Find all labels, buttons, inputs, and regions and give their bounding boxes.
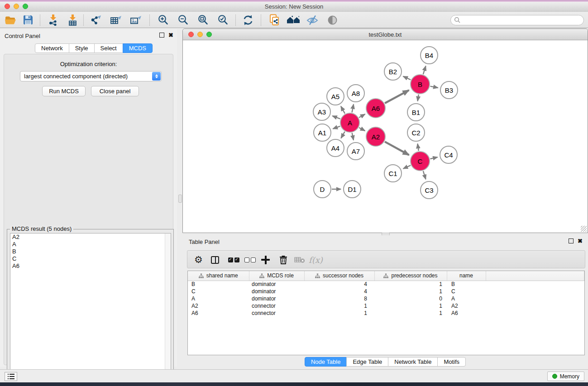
function-builder-icon[interactable]: f(x) [309,253,323,266]
hide-selected-icon[interactable] [306,14,319,26]
column-view-icon[interactable] [211,253,219,266]
graph-edge-B-B3[interactable] [430,86,438,88]
float-panel-icon[interactable] [159,33,164,38]
vertical-divider-grip[interactable] [178,195,182,203]
table-row[interactable]: A6connector11A6 [188,310,584,317]
table-cell[interactable]: dominator [249,288,304,295]
close-network-button[interactable] [188,32,194,37]
close-panel-icon[interactable]: ✖ [168,33,173,38]
window-resize-grip[interactable] [581,226,587,232]
table-row[interactable]: Cdominator41C [188,288,584,295]
table-row[interactable]: Bdominator41B [188,281,584,288]
table-tab-motifs[interactable]: Motifs [437,357,466,367]
table-cell[interactable]: A [447,295,486,302]
result-item[interactable]: A6 [10,262,171,270]
graph-node-A5[interactable]: A5 [326,87,344,105]
network-canvas[interactable]: B4B2BB3A8A5A6A3B1AA1C2A2A4A7C4CC1C3DD1 [183,40,588,233]
tab-style[interactable]: Style [69,43,95,53]
table-cell[interactable]: A6 [188,310,249,317]
network-window-titlebar[interactable]: testGlobe.txt [183,29,588,40]
table-cell[interactable]: connector [249,310,304,317]
tab-network[interactable]: Network [35,43,69,53]
result-item[interactable]: C [10,255,171,262]
table-cell[interactable]: 1 [304,310,374,317]
criterion-dropdown[interactable]: largest connected component (directed) [20,71,162,81]
table-cell[interactable]: C [447,288,486,295]
column-header-successor-nodes[interactable]: successor nodes [304,271,374,281]
result-item[interactable]: A2 [10,234,171,241]
graph-node-B3[interactable]: B3 [440,81,458,99]
table-tab-network-table[interactable]: Network Table [388,357,438,367]
graph-edge-A-A4[interactable] [341,132,344,138]
graph-edge-B-B2[interactable] [403,76,411,80]
close-panel-button[interactable]: Close panel [91,86,139,96]
clone-network-icon[interactable] [268,14,281,26]
graph-node-A7[interactable]: A7 [347,142,365,160]
graph-node-A8[interactable]: A8 [347,84,365,102]
graph-edge-A-A6[interactable] [359,114,365,118]
graph-node-C[interactable]: C [410,151,430,171]
delete-table-icon[interactable] [294,253,305,266]
minimize-window-button[interactable] [14,4,19,9]
tab-select[interactable]: Select [94,43,123,53]
table-cell[interactable]: 1 [374,310,447,317]
table-cell[interactable]: 1 [374,288,447,295]
graph-node-B2[interactable]: B2 [384,62,402,81]
run-mcds-button[interactable]: Run MCDS [42,86,86,96]
graph-edge-A-A7[interactable] [352,133,354,140]
result-scrollbar[interactable] [165,234,171,380]
table-cell[interactable]: 4 [304,281,374,288]
table-cell[interactable]: C [188,288,249,295]
table-tab-edge-table[interactable]: Edge Table [346,357,388,367]
table-cell[interactable]: B [188,281,249,288]
table-row[interactable]: Adominator80A [188,295,584,302]
table-cell[interactable]: 1 [304,302,374,310]
table-cell[interactable]: 1 [374,302,447,310]
table-cell[interactable]: 8 [304,295,374,302]
open-file-icon[interactable] [4,14,17,26]
graph-node-B4[interactable]: B4 [420,46,438,64]
export-image-icon[interactable] [129,14,142,26]
graph-node-D1[interactable]: D1 [343,180,361,198]
table-cell[interactable]: dominator [249,281,304,288]
mcds-result-list[interactable]: A2ABCA6 [10,233,171,381]
column-header-name[interactable]: name [447,271,486,281]
graph-node-A[interactable]: A [340,113,360,133]
table-row[interactable]: A2connector11A2 [188,302,584,310]
delete-column-icon[interactable] [279,253,288,266]
first-neighbors-icon[interactable] [286,14,301,26]
save-session-icon[interactable] [22,14,34,26]
table-cell[interactable]: connector [249,302,304,310]
graph-node-C4[interactable]: C4 [440,146,458,164]
close-window-button[interactable] [5,4,10,9]
table-cell[interactable]: A2 [188,302,249,310]
graph-node-A6[interactable]: A6 [366,98,386,118]
search-input[interactable] [450,15,584,25]
graph-node-A4[interactable]: A4 [326,139,344,157]
table-cell[interactable]: A6 [447,310,486,317]
table-cell[interactable]: 1 [374,281,447,288]
graph-edge-C-C4[interactable] [430,157,437,159]
import-network-icon[interactable] [47,14,59,26]
result-item[interactable]: A [10,241,171,248]
close-table-panel-icon[interactable]: ✖ [578,238,583,243]
column-header-MCDS-role[interactable]: MCDS role [249,271,304,281]
export-table-icon[interactable] [110,14,122,26]
zoom-network-button[interactable] [206,32,212,37]
table-cell[interactable]: dominator [249,295,304,302]
memory-button[interactable]: Memory [547,372,584,381]
table-cell[interactable]: A2 [447,302,486,310]
add-column-icon[interactable] [261,253,270,266]
import-table-icon[interactable] [66,14,79,26]
graph-edge-A-A2[interactable] [359,128,365,131]
deselect-all-icon[interactable] [244,253,256,266]
settings-gear-icon[interactable]: ⚙ [194,253,203,266]
graph-edge-A-A3[interactable] [332,116,340,119]
graph-node-A2[interactable]: A2 [366,127,386,147]
graph-node-C2[interactable]: C2 [407,124,425,142]
export-network-icon[interactable] [90,14,102,26]
graph-node-A1[interactable]: A1 [313,124,331,142]
column-header-shared-name[interactable]: shared name [188,271,249,281]
table-cell[interactable]: 4 [304,288,374,295]
graph-edge-B-B1[interactable] [418,95,419,101]
